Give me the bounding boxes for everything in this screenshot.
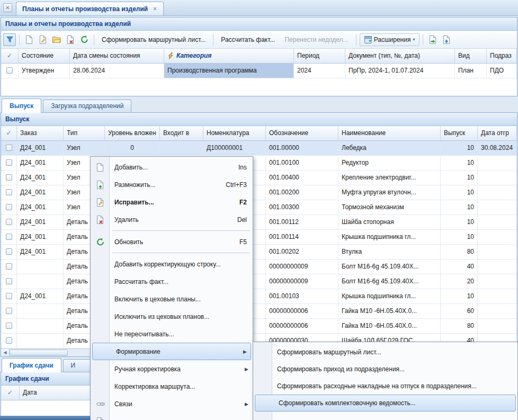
row-checkbox[interactable]	[6, 67, 13, 74]
output-row[interactable]: Д24_001 Узел 001.00300 Тормозной механиз…	[1, 200, 517, 215]
row-checkbox[interactable]	[6, 323, 12, 329]
cell-designation[interactable]: 001.00103	[266, 289, 338, 304]
cell-ship-date[interactable]	[478, 319, 517, 334]
cell-state-date[interactable]: 28.06.2024	[70, 64, 164, 78]
output-row[interactable]: Д24_001 Узел 001.00400 Крепление электро…	[1, 171, 517, 185]
cell-state[interactable]: Утвержден	[19, 64, 70, 78]
menu-item-delete[interactable]: Удалить Del	[91, 211, 252, 228]
column-header-category[interactable]: Категория	[164, 49, 294, 64]
filter-button[interactable]	[3, 33, 16, 46]
column-header-output[interactable]: Выпуск	[441, 126, 478, 141]
menu-item-refresh[interactable]: Обновить F5	[91, 233, 252, 251]
cell-output[interactable]: 10	[441, 156, 478, 171]
output-row[interactable]: Д24_001 Деталь 001.00202 Втулка 80	[1, 245, 517, 260]
cell-designation[interactable]: 001.00100	[266, 156, 338, 171]
cell-period[interactable]: 2024	[294, 64, 345, 78]
refresh-button[interactable]	[78, 33, 91, 46]
cell-ship-date[interactable]	[478, 304, 517, 319]
cell-ship-date[interactable]	[478, 171, 517, 185]
cell-order[interactable]	[17, 274, 64, 289]
cell-ship-date[interactable]	[478, 289, 517, 304]
menu-item-exclude-shop-plans[interactable]: Исключить из цеховых планов...	[91, 308, 252, 325]
export-document-button[interactable]	[426, 33, 439, 46]
submenu-item-picking-list[interactable]: Сформировать комплектовочную ведомость..…	[255, 395, 516, 412]
submenu-item-expense-invoices[interactable]: Сформировать расходные накладные на отпу…	[254, 378, 517, 395]
column-header-name[interactable]: Наименование	[338, 126, 441, 141]
row-checkbox[interactable]	[6, 308, 12, 314]
column-header-nesting-level[interactable]: Уровень вложен	[105, 126, 160, 141]
document-tab[interactable]: Планы и отчеты производства изделий ✕	[16, 2, 164, 15]
cell-order[interactable]	[17, 334, 64, 348]
column-header-nomenclature[interactable]: Номенклатура	[203, 126, 266, 141]
row-checkbox[interactable]	[6, 204, 12, 210]
cell-designation[interactable]: 00000000009	[266, 274, 338, 289]
select-all-column-header[interactable]: ✓	[1, 49, 19, 64]
column-header-date[interactable]: Дата	[20, 386, 91, 400]
cell-name[interactable]: Редуктор	[338, 156, 441, 171]
open-folder-button[interactable]	[50, 33, 63, 46]
cell-output[interactable]: 10	[441, 185, 478, 200]
menu-item-add[interactable]: Добавить... Ins	[91, 158, 252, 176]
cell-order[interactable]: Д24_001	[17, 289, 64, 304]
cell-designation[interactable]: 001.00000	[266, 141, 338, 156]
cell-name[interactable]: Крепление электродвиг...	[338, 171, 441, 185]
cell-designation[interactable]: 001.00112	[266, 215, 338, 230]
cell-ship-date[interactable]	[478, 260, 517, 274]
document-row[interactable]: Утвержден 28.06.2024 Производственная пр…	[1, 64, 517, 78]
cell-name[interactable]: Крышка подшипника гл...	[338, 230, 441, 245]
menu-item-manual-correction[interactable]: Ручная корректировка ▶	[91, 360, 252, 378]
row-checkbox[interactable]	[6, 337, 12, 344]
cell-nesting-level[interactable]: 0	[105, 141, 160, 156]
cell-output[interactable]: 10	[441, 141, 478, 156]
cell-ship-date[interactable]	[478, 185, 517, 200]
output-row[interactable]: Д24_001 Деталь 001.00112 Шайба стопорная…	[1, 215, 517, 230]
cell-designation[interactable]: 001.00202	[266, 245, 338, 260]
cell-ship-date[interactable]: 30.08.2024	[478, 141, 517, 156]
cell-output[interactable]: 40	[441, 260, 478, 274]
menu-item-partial[interactable]	[91, 413, 252, 420]
cell-designation[interactable]: 00000000006	[266, 304, 338, 319]
cell-name[interactable]: Крышка подшипника гл...	[338, 289, 441, 304]
output-row[interactable]: Д24_001 Узел 001.00200 Муфта упругая вту…	[1, 185, 517, 200]
cell-name[interactable]: Гайка М10 -6Н.05.40Х.0...	[338, 319, 441, 334]
scrollbar-thumb[interactable]	[10, 350, 68, 356]
cell-order[interactable]	[17, 260, 64, 274]
output-row[interactable]: Д24_001 Узел 001.00100 Редуктор 10	[1, 156, 517, 171]
cell-order[interactable]: Д24_001	[17, 141, 64, 156]
submenu-item-route-sheet[interactable]: Сформировать маршрутный лист...	[254, 344, 517, 361]
row-checkbox[interactable]	[6, 189, 12, 195]
select-all-column-header[interactable]: ✓	[1, 126, 17, 141]
output-row[interactable]: Деталь 00000000009 Болт М16-6g 45.109.40…	[1, 260, 517, 274]
menu-item-calc-fact[interactable]: Рассчитать факт...	[91, 273, 252, 290]
menu-item-duplicate[interactable]: Размножить... Ctrl+F3	[91, 176, 252, 193]
output-row[interactable]: Деталь 00000000006 Гайка М10 -6Н.05.40Х.…	[1, 304, 517, 319]
cell-nomenclature[interactable]: Д100000001	[203, 141, 266, 156]
cell-type[interactable]: Узел	[64, 141, 105, 156]
row-checkbox[interactable]	[6, 293, 12, 299]
delete-document-button[interactable]	[64, 33, 77, 46]
route-sheet-button[interactable]: Сформировать маршрутный лист...	[97, 36, 210, 43]
row-checkbox[interactable]	[6, 145, 12, 151]
cell-order[interactable]	[17, 304, 64, 319]
output-row[interactable]: Д24_001 Деталь 001.00114 Крышка подшипни…	[1, 230, 517, 245]
output-row[interactable]: Д24_001 Деталь 001.00103 Крышка подшипни…	[1, 289, 517, 304]
menu-item-links[interactable]: Связи ▶	[91, 395, 252, 413]
cell-kind[interactable]: План	[455, 64, 487, 78]
calc-fact-button[interactable]: Рассчитать факт...	[217, 36, 279, 43]
menu-item-add-correction-row[interactable]: Добавить корректирующую строку...	[91, 255, 252, 273]
cell-name[interactable]: Втулка	[338, 245, 441, 260]
tab-close-icon[interactable]: ✕	[153, 6, 157, 12]
tab-output[interactable]: Выпуск	[2, 99, 41, 113]
cell-name[interactable]: Гайка М10 -6Н.05.40Х.0...	[338, 304, 441, 319]
row-checkbox[interactable]	[6, 263, 12, 270]
cell-ship-date[interactable]	[478, 230, 517, 245]
cell-designation[interactable]: 001.00400	[266, 171, 338, 185]
column-header-ship-date[interactable]: Дата отгр	[478, 126, 517, 141]
edit-document-button[interactable]	[37, 33, 49, 46]
cell-output[interactable]: 80	[441, 319, 478, 334]
row-checkbox[interactable]	[6, 234, 12, 240]
cell-order[interactable]: Д24_001	[17, 230, 64, 245]
output-row[interactable]: Деталь 00000000009 Болт М16-6g 45.109.40…	[1, 274, 517, 289]
cell-name[interactable]: Муфта упругая втулочн...	[338, 185, 441, 200]
cell-designation[interactable]: 00000000006	[266, 319, 338, 334]
